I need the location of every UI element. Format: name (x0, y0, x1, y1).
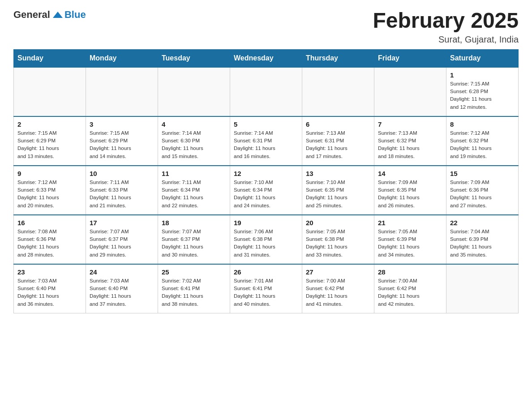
weekday-header-monday: Monday (86, 49, 158, 67)
day-number: 25 (162, 268, 226, 276)
day-number: 18 (162, 219, 226, 227)
day-info: Sunrise: 7:15 AM Sunset: 6:28 PM Dayligh… (450, 80, 515, 111)
calendar-cell (446, 264, 519, 313)
calendar-cell: 27Sunrise: 7:00 AM Sunset: 6:42 PM Dayli… (302, 264, 374, 313)
day-number: 10 (90, 170, 154, 177)
day-number: 12 (234, 170, 298, 177)
day-info: Sunrise: 7:02 AM Sunset: 6:41 PM Dayligh… (162, 277, 226, 308)
day-number: 14 (378, 170, 442, 177)
day-info: Sunrise: 7:09 AM Sunset: 6:36 PM Dayligh… (450, 179, 515, 210)
day-number: 3 (90, 120, 154, 128)
day-info: Sunrise: 7:13 AM Sunset: 6:32 PM Dayligh… (378, 129, 442, 160)
day-number: 7 (378, 120, 442, 128)
svg-marker-0 (53, 12, 63, 18)
weekday-header-sunday: Sunday (14, 49, 86, 67)
day-number: 21 (378, 219, 442, 227)
calendar-cell (86, 67, 158, 116)
calendar-cell: 21Sunrise: 7:05 AM Sunset: 6:39 PM Dayli… (374, 215, 446, 264)
day-info: Sunrise: 7:05 AM Sunset: 6:38 PM Dayligh… (306, 228, 370, 259)
day-info: Sunrise: 7:12 AM Sunset: 6:32 PM Dayligh… (450, 129, 515, 160)
day-number: 22 (450, 219, 515, 227)
calendar-week-row: 16Sunrise: 7:08 AM Sunset: 6:36 PM Dayli… (14, 215, 519, 264)
day-info: Sunrise: 7:03 AM Sunset: 6:40 PM Dayligh… (90, 277, 154, 308)
day-number: 6 (306, 120, 370, 128)
day-info: Sunrise: 7:06 AM Sunset: 6:38 PM Dayligh… (234, 228, 298, 259)
calendar-table: SundayMondayTuesdayWednesdayThursdayFrid… (13, 49, 519, 314)
calendar-cell (302, 67, 374, 116)
weekday-header-wednesday: Wednesday (230, 49, 302, 67)
logo-text-general: General (13, 9, 50, 21)
day-number: 26 (234, 268, 298, 276)
calendar-cell: 24Sunrise: 7:03 AM Sunset: 6:40 PM Dayli… (86, 264, 158, 313)
day-number: 17 (90, 219, 154, 227)
calendar-cell: 12Sunrise: 7:10 AM Sunset: 6:34 PM Dayli… (230, 166, 302, 215)
weekday-header-friday: Friday (374, 49, 446, 67)
day-info: Sunrise: 7:09 AM Sunset: 6:35 PM Dayligh… (378, 179, 442, 210)
day-info: Sunrise: 7:00 AM Sunset: 6:42 PM Dayligh… (378, 277, 442, 308)
day-number: 19 (234, 219, 298, 227)
day-number: 20 (306, 219, 370, 227)
calendar-week-row: 9Sunrise: 7:12 AM Sunset: 6:33 PM Daylig… (14, 166, 519, 215)
calendar-cell: 2Sunrise: 7:15 AM Sunset: 6:29 PM Daylig… (14, 116, 86, 166)
calendar-cell: 8Sunrise: 7:12 AM Sunset: 6:32 PM Daylig… (446, 116, 519, 166)
calendar-cell (14, 67, 86, 116)
day-number: 23 (17, 268, 82, 276)
calendar-week-row: 1Sunrise: 7:15 AM Sunset: 6:28 PM Daylig… (14, 67, 519, 116)
weekday-header-tuesday: Tuesday (158, 49, 230, 67)
day-number: 2 (17, 120, 82, 128)
day-info: Sunrise: 7:15 AM Sunset: 6:29 PM Dayligh… (17, 129, 82, 160)
calendar-cell: 16Sunrise: 7:08 AM Sunset: 6:36 PM Dayli… (14, 215, 86, 264)
weekday-header-row: SundayMondayTuesdayWednesdayThursdayFrid… (14, 49, 519, 67)
calendar-cell: 15Sunrise: 7:09 AM Sunset: 6:36 PM Dayli… (446, 166, 519, 215)
weekday-header-saturday: Saturday (446, 49, 519, 67)
logo-triangle-icon (53, 12, 63, 18)
day-info: Sunrise: 7:14 AM Sunset: 6:31 PM Dayligh… (234, 129, 298, 160)
day-info: Sunrise: 7:00 AM Sunset: 6:42 PM Dayligh… (306, 277, 370, 308)
day-number: 9 (17, 170, 82, 177)
day-info: Sunrise: 7:07 AM Sunset: 6:37 PM Dayligh… (90, 228, 154, 259)
day-number: 11 (162, 170, 226, 177)
calendar-cell (230, 67, 302, 116)
day-number: 8 (450, 120, 515, 128)
day-number: 24 (90, 268, 154, 276)
day-info: Sunrise: 7:08 AM Sunset: 6:36 PM Dayligh… (17, 228, 82, 259)
logo-text-blue: Blue (64, 9, 86, 21)
calendar-cell: 7Sunrise: 7:13 AM Sunset: 6:32 PM Daylig… (374, 116, 446, 166)
day-number: 15 (450, 170, 515, 177)
day-info: Sunrise: 7:11 AM Sunset: 6:33 PM Dayligh… (90, 179, 154, 210)
day-number: 5 (234, 120, 298, 128)
calendar-cell: 26Sunrise: 7:01 AM Sunset: 6:41 PM Dayli… (230, 264, 302, 313)
day-info: Sunrise: 7:11 AM Sunset: 6:34 PM Dayligh… (162, 179, 226, 210)
calendar-week-row: 23Sunrise: 7:03 AM Sunset: 6:40 PM Dayli… (14, 264, 519, 313)
calendar-cell (374, 67, 446, 116)
day-info: Sunrise: 7:14 AM Sunset: 6:30 PM Dayligh… (162, 129, 226, 160)
day-info: Sunrise: 7:13 AM Sunset: 6:31 PM Dayligh… (306, 129, 370, 160)
calendar-cell: 20Sunrise: 7:05 AM Sunset: 6:38 PM Dayli… (302, 215, 374, 264)
calendar-cell: 6Sunrise: 7:13 AM Sunset: 6:31 PM Daylig… (302, 116, 374, 166)
page-header: General Blue February 2025 Surat, Gujara… (13, 9, 519, 45)
day-number: 27 (306, 268, 370, 276)
calendar-cell: 13Sunrise: 7:10 AM Sunset: 6:35 PM Dayli… (302, 166, 374, 215)
month-title: February 2025 (373, 9, 519, 33)
calendar-cell: 1Sunrise: 7:15 AM Sunset: 6:28 PM Daylig… (446, 67, 519, 116)
calendar-cell: 4Sunrise: 7:14 AM Sunset: 6:30 PM Daylig… (158, 116, 230, 166)
day-number: 28 (378, 268, 442, 276)
day-number: 1 (450, 71, 515, 79)
calendar-cell: 25Sunrise: 7:02 AM Sunset: 6:41 PM Dayli… (158, 264, 230, 313)
day-number: 13 (306, 170, 370, 177)
calendar-cell: 5Sunrise: 7:14 AM Sunset: 6:31 PM Daylig… (230, 116, 302, 166)
day-info: Sunrise: 7:01 AM Sunset: 6:41 PM Dayligh… (234, 277, 298, 308)
day-info: Sunrise: 7:05 AM Sunset: 6:39 PM Dayligh… (378, 228, 442, 259)
title-block: February 2025 Surat, Gujarat, India (373, 9, 519, 45)
calendar-cell: 19Sunrise: 7:06 AM Sunset: 6:38 PM Dayli… (230, 215, 302, 264)
day-number: 16 (17, 219, 82, 227)
calendar-cell: 9Sunrise: 7:12 AM Sunset: 6:33 PM Daylig… (14, 166, 86, 215)
day-info: Sunrise: 7:15 AM Sunset: 6:29 PM Dayligh… (90, 129, 154, 160)
calendar-cell: 17Sunrise: 7:07 AM Sunset: 6:37 PM Dayli… (86, 215, 158, 264)
calendar-cell: 11Sunrise: 7:11 AM Sunset: 6:34 PM Dayli… (158, 166, 230, 215)
calendar-cell (158, 67, 230, 116)
day-info: Sunrise: 7:04 AM Sunset: 6:39 PM Dayligh… (450, 228, 515, 259)
day-info: Sunrise: 7:10 AM Sunset: 6:34 PM Dayligh… (234, 179, 298, 210)
day-info: Sunrise: 7:07 AM Sunset: 6:37 PM Dayligh… (162, 228, 226, 259)
day-number: 4 (162, 120, 226, 128)
